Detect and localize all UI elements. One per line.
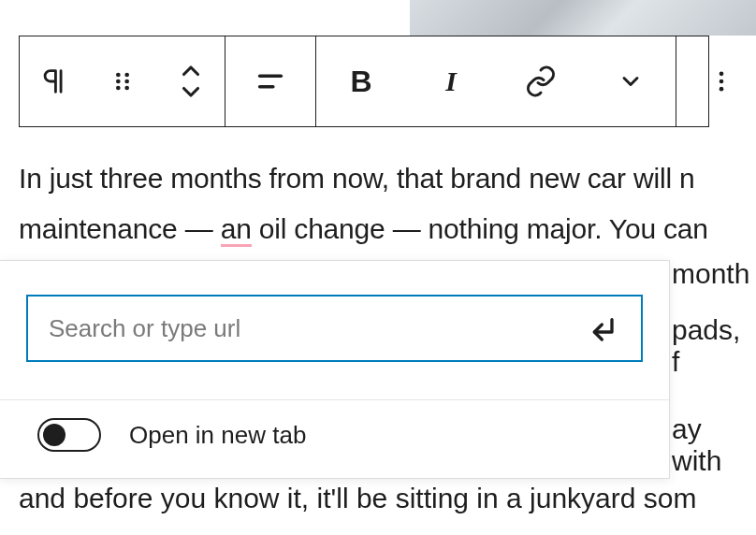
link-popover: Open in new tab [0,260,670,479]
text-line-2: maintenance — an oil change — nothing ma… [19,208,756,251]
header-image-fragment [410,0,756,36]
submit-link-button[interactable] [589,312,620,344]
enter-icon [589,313,619,343]
link-icon [524,65,558,98]
spellcheck-underline: an [221,213,252,247]
text-line-1: In just three months from now, that bran… [19,157,756,200]
paragraph-block[interactable]: In just three months from now, that bran… [19,157,756,251]
url-input[interactable] [49,314,589,343]
drag-handle-icon [109,68,136,94]
svg-point-2 [116,80,121,84]
align-left-icon [254,65,286,97]
link-button[interactable] [496,36,586,126]
divider [0,399,669,400]
paragraph-icon [38,65,70,97]
more-options-button[interactable] [676,36,756,126]
move-up-down-button[interactable] [156,36,225,126]
text-line-bottom: and before you know it, it'll be sitting… [19,483,696,514]
more-options-icon [708,68,734,94]
chevron-down-icon [618,68,644,94]
svg-point-0 [116,73,121,78]
align-button[interactable] [225,36,315,126]
bold-icon: B [350,65,371,99]
block-type-button[interactable] [20,36,88,126]
svg-point-3 [124,80,129,84]
svg-point-5 [124,86,129,91]
svg-point-8 [720,72,724,77]
open-new-tab-label: Open in new tab [129,421,306,450]
svg-point-9 [720,80,724,84]
bold-button[interactable]: B [316,36,406,126]
italic-button[interactable]: I [406,36,496,126]
drag-handle-button[interactable] [88,36,156,126]
more-rich-text-button[interactable] [586,36,676,126]
toggle-knob [43,424,65,446]
text-fragment: pads, f [672,314,756,378]
svg-point-4 [116,86,121,91]
open-new-tab-toggle[interactable] [37,418,101,452]
block-toolbar: B I [19,36,709,127]
text-fragment: ay with [672,413,756,477]
svg-point-10 [720,87,724,92]
url-input-wrapper [26,295,643,362]
italic-icon: I [445,65,457,97]
move-up-down-icon [177,63,205,100]
text-fragment: month [672,258,749,290]
svg-point-1 [124,73,129,78]
